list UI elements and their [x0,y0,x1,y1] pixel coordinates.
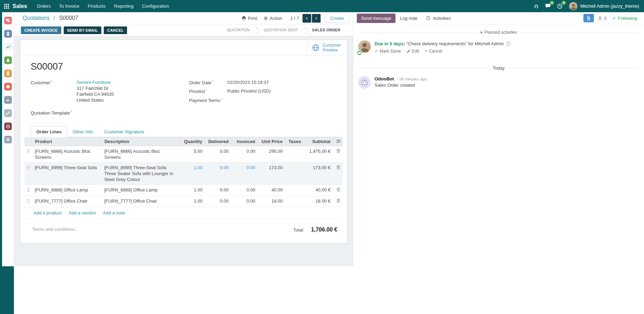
following-button[interactable]: ✓ Following [610,16,639,21]
customer-link[interactable]: Gemini Furniture [77,80,110,85]
field-pricelist: Pricelist? Public Pricelist (USD) [189,88,340,94]
activity-summary-line: Due in 5 days: “Check delivery requireme… [375,41,511,47]
cell-delivered[interactable]: 0.00 [205,185,231,196]
pager-next-button[interactable]: › [312,14,321,23]
cell-unit-price[interactable]: 295.00 [258,146,286,163]
cell-description[interactable]: [FURN_6666] Acoustic Bloc Screens [101,146,180,163]
sidebar-app-notes[interactable] [4,30,12,38]
pricelist-value[interactable]: Public Pricelist (USD) [227,88,270,94]
cell-unit-price[interactable]: 173.00 [258,163,286,185]
cell-quantity[interactable]: 1.00 [180,185,205,196]
cell-taxes[interactable] [285,163,301,185]
add-note-link[interactable]: Add a note [103,210,125,215]
status-step-quotation-sent[interactable]: QUOTATION SENT [255,26,304,34]
cancel-button[interactable]: CANCEL [104,26,127,34]
log-note-button[interactable]: Log note [396,14,422,23]
send-message-button[interactable]: Send message [357,14,395,23]
user-menu[interactable]: Mitchell Admin (jazzy_theme) [566,2,641,10]
tab-order-lines[interactable]: Order Lines [31,126,67,137]
activities-icon[interactable]: 5 [554,0,566,12]
cell-delivered[interactable]: 0.00 [205,163,231,185]
followers-button[interactable]: 3 [595,16,610,21]
menu-reporting[interactable]: Reporting [110,0,138,12]
cell-product[interactable]: [FURN_6666] Acoustic Bloc Screens [32,146,101,163]
breadcrumb-current: S00007 [59,15,78,21]
breadcrumb-quotations[interactable]: Quotations [23,15,49,21]
sidebar-app-discuss[interactable] [4,17,12,24]
cell-delivered[interactable]: 0.00 [205,196,231,207]
delete-line-icon[interactable] [336,148,340,155]
cell-quantity[interactable]: 1.00 [180,196,205,207]
terms-placeholder[interactable]: Terms and conditions... [32,227,79,232]
cancel-activity-button[interactable]: ×Cancel [425,48,442,54]
debug-icon[interactable] [531,0,542,12]
cell-description[interactable]: [FURN_7777] Office Chair [101,196,180,207]
drag-handle-icon[interactable] [27,198,30,205]
tab-customer-signature[interactable]: Customer Signature [99,126,150,137]
cell-taxes[interactable] [285,185,301,196]
send-by-email-button[interactable]: SEND BY EMAIL [64,26,102,34]
cell-description[interactable]: [FURN_8888] Office Lamp [101,185,180,196]
cell-invoiced[interactable]: 0.00 [231,196,258,207]
drag-handle-icon[interactable] [27,187,30,194]
col-subtotal: Subtotal [301,137,333,146]
info-icon[interactable] [506,41,511,46]
cell-quantity[interactable]: 5.00 [180,146,205,163]
add-section-link[interactable]: Add a section [69,210,96,215]
cell-product[interactable]: [FURN_7777] Office Chair [32,196,101,207]
cell-product[interactable]: [FURN_8999] Three-Seat Sofa [32,163,101,185]
tab-other-info[interactable]: Other Info [67,126,99,137]
cell-unit-price[interactable]: 18.00 [258,196,286,207]
sidebar-app-link[interactable] [4,109,12,117]
cell-description[interactable]: [FURN_8999] Three-Seat SofaThree Seater … [101,163,180,185]
drag-handle-icon[interactable] [27,148,30,155]
cell-delivered[interactable]: 0.00 [205,146,231,163]
sidebar-app-crm[interactable] [4,43,12,51]
print-button[interactable]: Print [238,14,260,23]
sidebar-app-invoicing[interactable] [4,70,12,77]
edit-activity-button[interactable]: Edit [407,48,419,54]
order-date-value[interactable]: 02/20/2023 15:19:37 [227,80,269,85]
sidebar-app-settings[interactable] [4,136,12,143]
activities-button[interactable]: Activities [422,14,454,23]
delete-line-icon[interactable] [336,198,340,204]
messages-icon[interactable]: 5 [542,0,554,12]
cell-unit-price[interactable]: 40.00 [258,185,286,196]
customer-preview-button[interactable]: Customer Preview [307,40,347,55]
drag-handle-icon[interactable] [27,165,30,171]
cell-invoiced[interactable]: 0.00 [231,185,258,196]
menu-configuration[interactable]: Configuration [138,0,173,12]
col-unit-price: Unit Price [258,137,286,146]
cell-invoiced[interactable]: 0.00 [231,163,258,185]
cell-taxes[interactable] [285,196,301,207]
sidebar-app-inventory[interactable] [4,83,12,91]
status-step-quotation[interactable]: QUOTATION [222,26,256,34]
optional-columns-icon[interactable] [336,139,341,144]
planned-activities-header[interactable]: ▾ Planned activities [358,30,639,35]
status-step-sales-order[interactable]: SALES ORDER [304,26,346,34]
menu-products[interactable]: Products [84,0,110,12]
attachment-button[interactable] [583,14,594,22]
action-button[interactable]: Action [260,14,285,23]
create-button[interactable]: Create [325,14,350,23]
apps-grid-icon[interactable] [0,4,13,9]
cell-taxes[interactable] [285,146,301,163]
sidebar-app-purchase[interactable] [4,123,12,130]
mark-done-button[interactable]: ✓Mark Done [375,48,401,54]
sidebar-app-sales[interactable] [4,56,12,64]
add-product-link[interactable]: Add a product [33,210,62,215]
create-invoice-button[interactable]: CREATE INVOICE [21,26,61,34]
cell-quantity[interactable]: 1.00 [180,163,205,185]
delete-line-icon[interactable] [336,165,340,171]
sidebar-app-accounting[interactable] [4,96,12,104]
today-separator: Today [358,65,639,71]
delete-line-icon[interactable] [336,187,340,193]
pencil-icon [407,49,410,53]
menu-to-invoice[interactable]: To Invoice [55,0,84,12]
cell-invoiced[interactable]: 0.00 [231,146,258,163]
app-brand[interactable]: Sales [13,3,27,9]
caret-down-icon: ▾ [480,30,482,35]
menu-orders[interactable]: Orders [33,0,55,12]
pager-previous-button[interactable]: ‹ [303,14,311,23]
cell-product[interactable]: [FURN_8888] Office Lamp [32,185,101,196]
